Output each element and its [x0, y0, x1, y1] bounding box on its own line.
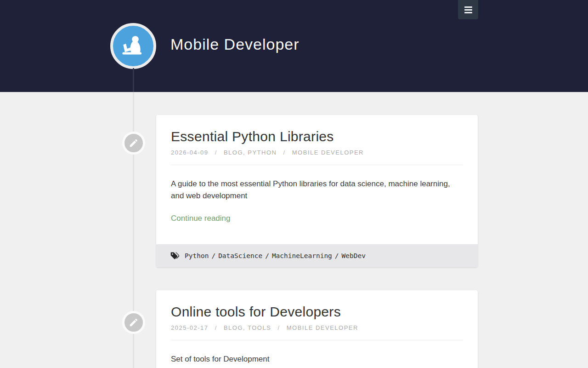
article-timeline-badge[interactable]	[122, 132, 145, 155]
meta-separator: /	[215, 149, 217, 156]
meta-separator: /	[283, 149, 286, 156]
timeline-line-header	[133, 68, 134, 92]
divider	[171, 340, 463, 340]
meta-separator: /	[215, 324, 217, 331]
article-card-body: Online tools for Developers 2025-02-17 /…	[156, 290, 478, 368]
article-title[interactable]: Online tools for Developers	[171, 304, 463, 320]
article-card: Online tools for Developers 2025-02-17 /…	[156, 290, 478, 368]
pencil-icon	[129, 317, 139, 328]
hamburger-icon	[464, 6, 472, 13]
tag-separator: /	[211, 252, 215, 259]
article-category[interactable]: BLOG, PYTHON	[224, 149, 277, 156]
article-tags: Python/DataScience/MachineLearning/WebDe…	[185, 252, 366, 259]
article-summary: Set of tools for Development	[171, 353, 456, 365]
site-avatar[interactable]	[110, 23, 156, 69]
tag-link[interactable]: MachineLearning	[272, 252, 332, 259]
article-meta: 2025-02-17 / BLOG, TOOLS / MOBILE DEVELO…	[171, 324, 463, 331]
article-date: 2025-02-17	[171, 324, 209, 331]
article-list: Essential Python Libraries 2026-04-09 / …	[156, 92, 478, 368]
article-tags-bar: Python/DataScience/MachineLearning/WebDe…	[156, 244, 478, 267]
tags-icon	[170, 251, 179, 260]
article-author[interactable]: MOBILE DEVELOPER	[287, 324, 358, 331]
tag-separator: /	[265, 252, 269, 259]
tag-link[interactable]: WebDev	[342, 252, 366, 259]
article-summary: A guide to the most essential Python lib…	[171, 178, 456, 202]
page: Mobile Developer Essential Python Librar…	[0, 0, 588, 368]
article-meta: 2026-04-09 / BLOG, PYTHON / MOBILE DEVEL…	[171, 149, 463, 156]
tag-link[interactable]: DataScience	[218, 252, 262, 259]
article-card: Essential Python Libraries 2026-04-09 / …	[156, 115, 478, 267]
article-category[interactable]: BLOG, TOOLS	[224, 324, 271, 331]
site-title[interactable]: Mobile Developer	[170, 35, 300, 53]
tag-separator: /	[335, 252, 339, 259]
meta-separator: /	[277, 324, 280, 331]
article-card-body: Essential Python Libraries 2026-04-09 / …	[156, 115, 478, 244]
divider	[171, 165, 463, 165]
menu-button[interactable]	[458, 0, 478, 19]
article-date: 2026-04-09	[171, 149, 209, 156]
person-laptop-icon	[120, 33, 147, 59]
article-author[interactable]: MOBILE DEVELOPER	[292, 149, 364, 156]
article-timeline-badge[interactable]	[122, 311, 145, 334]
pencil-icon	[129, 138, 139, 148]
article-title[interactable]: Essential Python Libraries	[171, 129, 463, 144]
site-header: Mobile Developer	[0, 0, 588, 92]
continue-reading-link[interactable]: Continue reading	[171, 214, 230, 223]
tag-link[interactable]: Python	[185, 252, 209, 259]
